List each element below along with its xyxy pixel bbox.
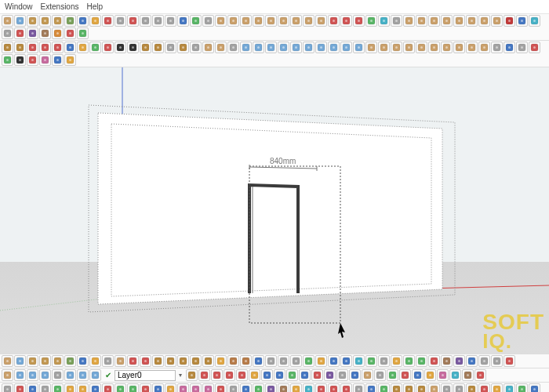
tool-button-b1-38[interactable]: [478, 355, 490, 367]
tool-button-t2-9[interactable]: [115, 42, 126, 53]
tool-button-b1-29[interactable]: [365, 355, 377, 367]
tool-button-b3-15[interactable]: [190, 383, 202, 392]
tool-button-b1-26[interactable]: [328, 355, 340, 367]
tool-button-b1-6[interactable]: [77, 355, 89, 367]
tool-button-b1-10[interactable]: [127, 355, 139, 367]
tool-button-b3-42[interactable]: [529, 383, 540, 392]
tool-button-t1-47[interactable]: [52, 27, 64, 39]
tool-button-b3-24[interactable]: [303, 383, 314, 392]
tool-button-t2-10[interactable]: [127, 42, 139, 53]
tool-button-b3-19[interactable]: [240, 383, 252, 392]
tool-button-t1-7[interactable]: [89, 15, 101, 27]
tool-button-t2-8[interactable]: [102, 42, 114, 53]
tool-button-t1-32[interactable]: [403, 15, 415, 27]
tool-button-b1-12[interactable]: [152, 355, 164, 367]
tool-button-b2-0[interactable]: [2, 369, 13, 381]
tool-button-t2-5[interactable]: [64, 42, 76, 53]
tool-button-b1-34[interactable]: [428, 355, 440, 367]
tool-button-t1-36[interactable]: [453, 15, 465, 27]
tool-button-t1-3[interactable]: [39, 15, 51, 27]
tool-button-b3-20[interactable]: [253, 383, 264, 392]
tool-button-t1-37[interactable]: [466, 15, 478, 27]
tool-button-t1-34[interactable]: [428, 15, 440, 27]
layer-name-input[interactable]: [115, 370, 176, 381]
tool-button-t1-22[interactable]: [278, 15, 289, 27]
tool-button-b3-5[interactable]: [64, 383, 76, 392]
tool-button-b2-22[interactable]: [362, 369, 373, 381]
tool-button-t1-28[interactable]: [353, 15, 365, 27]
tool-button-b1-39[interactable]: [491, 355, 503, 367]
tool-button-t2-14[interactable]: [177, 42, 189, 53]
tool-button-b2-19[interactable]: [324, 369, 336, 381]
tool-button-b2-6[interactable]: [77, 369, 89, 381]
tool-button-t2-18[interactable]: [227, 42, 239, 53]
tool-button-b1-37[interactable]: [466, 355, 478, 367]
tool-button-b2-27[interactable]: [424, 369, 436, 381]
tool-button-b1-7[interactable]: [89, 355, 101, 367]
tool-button-b3-4[interactable]: [52, 383, 64, 392]
menu-extensions[interactable]: Extensions: [41, 2, 79, 11]
tool-button-b1-9[interactable]: [115, 355, 126, 367]
tool-button-b2-14[interactable]: [261, 369, 273, 381]
tool-button-t1-42[interactable]: [529, 15, 540, 27]
tool-button-t1-35[interactable]: [441, 15, 453, 27]
tool-button-b2-20[interactable]: [336, 369, 348, 381]
tool-button-t2-13[interactable]: [165, 42, 176, 53]
tool-button-b2-30[interactable]: [462, 369, 474, 381]
tool-button-b1-0[interactable]: [2, 355, 13, 367]
tool-button-b3-26[interactable]: [328, 383, 340, 392]
tool-button-t1-5[interactable]: [64, 15, 76, 27]
tool-button-t1-6[interactable]: [77, 15, 89, 27]
tool-button-t2-12[interactable]: [152, 42, 164, 53]
tool-button-t1-16[interactable]: [202, 15, 214, 27]
tool-button-b1-16[interactable]: [202, 355, 214, 367]
tool-button-t2-29[interactable]: [365, 42, 377, 53]
tool-button-b1-3[interactable]: [39, 355, 51, 367]
tool-button-t2-16[interactable]: [202, 42, 214, 53]
tool-button-t1-45[interactable]: [27, 27, 38, 39]
tool-button-t2-24[interactable]: [303, 42, 314, 53]
tool-button-t2-22[interactable]: [278, 42, 289, 53]
tool-button-t2-45[interactable]: [27, 54, 38, 66]
tool-button-b3-33[interactable]: [416, 383, 427, 392]
tool-button-b2-21[interactable]: [349, 369, 361, 381]
tool-button-t2-43[interactable]: [2, 54, 13, 66]
tool-button-t1-8[interactable]: [102, 15, 114, 27]
tool-button-b2-8[interactable]: [186, 369, 198, 381]
tool-button-t1-30[interactable]: [378, 15, 390, 27]
tool-button-t2-48[interactable]: [64, 54, 76, 66]
tool-button-t2-39[interactable]: [491, 42, 503, 53]
tool-button-b2-17[interactable]: [299, 369, 311, 381]
tool-button-b1-33[interactable]: [416, 355, 427, 367]
tool-button-t1-14[interactable]: [177, 15, 189, 27]
tool-button-b2-15[interactable]: [274, 369, 285, 381]
tool-button-b1-14[interactable]: [177, 355, 189, 367]
tool-button-b1-22[interactable]: [278, 355, 289, 367]
tool-button-b2-31[interactable]: [474, 369, 486, 381]
tool-button-b1-32[interactable]: [403, 355, 415, 367]
menu-help[interactable]: Help: [87, 2, 104, 11]
tool-button-t2-28[interactable]: [353, 42, 365, 53]
tool-button-b2-12[interactable]: [236, 369, 248, 381]
tool-button-t2-26[interactable]: [328, 42, 340, 53]
tool-button-b3-21[interactable]: [265, 383, 277, 392]
tool-button-b2-9[interactable]: [198, 369, 210, 381]
tool-button-b1-4[interactable]: [52, 355, 64, 367]
tool-button-t2-27[interactable]: [340, 42, 352, 53]
tool-button-b1-19[interactable]: [240, 355, 252, 367]
tool-button-t2-4[interactable]: [52, 42, 64, 53]
tool-button-t1-33[interactable]: [416, 15, 427, 27]
tool-button-b3-6[interactable]: [77, 383, 89, 392]
tool-button-b1-11[interactable]: [140, 355, 151, 367]
tool-button-t1-26[interactable]: [328, 15, 340, 27]
tool-button-b3-39[interactable]: [491, 383, 503, 392]
tool-button-t2-31[interactable]: [391, 42, 402, 53]
tool-button-t2-46[interactable]: [39, 54, 51, 66]
tool-button-t1-11[interactable]: [140, 15, 151, 27]
tool-button-t1-15[interactable]: [190, 15, 202, 27]
tool-button-t1-31[interactable]: [391, 15, 402, 27]
tool-button-t1-1[interactable]: [14, 15, 26, 27]
tool-button-b2-11[interactable]: [224, 369, 235, 381]
tool-button-t2-6[interactable]: [77, 42, 89, 53]
tool-button-t2-0[interactable]: [2, 42, 13, 53]
